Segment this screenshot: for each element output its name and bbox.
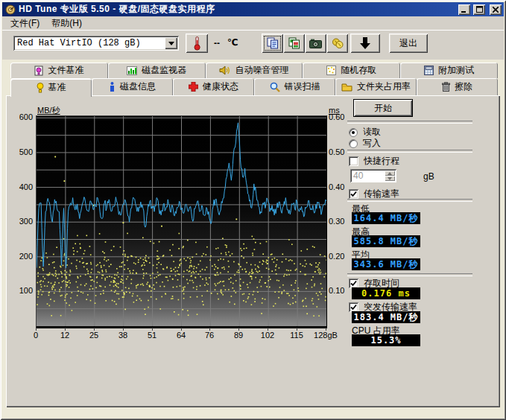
short-stroke-unit: gB — [423, 171, 434, 182]
magnifier-icon — [270, 82, 280, 92]
radio-icon — [349, 128, 358, 137]
copy-icon — [267, 37, 279, 49]
screenshot-button[interactable] — [305, 34, 326, 53]
right-axis-tick: 0.30 — [329, 217, 354, 226]
x-axis-tick: 0 — [19, 331, 52, 340]
donate-button[interactable] — [326, 34, 348, 53]
write-radio-label: 写入 — [363, 137, 381, 150]
tab-label: 磁盘信息 — [120, 80, 156, 93]
tab-benchmark[interactable]: 基准 — [10, 78, 92, 97]
speaker-icon — [219, 66, 230, 75]
radio-icon — [349, 139, 358, 148]
copy-image-button[interactable] — [283, 34, 305, 53]
benchmark-chart — [36, 115, 327, 328]
tab-random-access[interactable]: 随机存取 — [303, 63, 400, 78]
maximize-button[interactable] — [473, 4, 485, 15]
tab-label: 磁盘监视器 — [142, 64, 186, 77]
tab-health[interactable]: 健康状态 — [173, 78, 254, 95]
maximum-readout: 585.8 MB/秒 — [352, 235, 420, 247]
x-axis-tickmark — [152, 328, 153, 331]
tab-disk-monitor[interactable]: 磁盘监视器 — [108, 63, 206, 78]
folder-icon — [341, 83, 352, 92]
tab-label: 错误扫描 — [285, 80, 320, 93]
x-axis-tickmark — [209, 328, 210, 331]
tab-folder-usage[interactable]: 文件夹占用率 — [335, 78, 417, 95]
tab-error-scan[interactable]: 错误扫描 — [254, 78, 335, 95]
info-icon — [109, 82, 116, 92]
x-axis-tick: 102 — [251, 331, 284, 340]
x-axis-tickmark — [181, 328, 182, 331]
short-stroke-value: 40 — [353, 171, 363, 181]
tab-label: 健康状态 — [203, 80, 238, 93]
x-axis-tick: 128gB — [309, 331, 342, 340]
access-time-readout: 0.176 ms — [352, 287, 420, 299]
tab-label: 基准 — [48, 81, 66, 94]
x-axis-tick: 12 — [48, 331, 81, 340]
x-axis-tick: 89 — [222, 331, 255, 340]
x-axis-tickmark — [65, 328, 66, 331]
y-axis-unit-label: MB/秒 — [37, 105, 60, 116]
y-axis-tick: 100 — [10, 286, 33, 295]
tab-file-benchmark[interactable]: 文件基准 — [10, 63, 108, 78]
disk-monitor-icon — [127, 66, 137, 75]
red-cross-icon — [189, 82, 198, 92]
start-button-label: 开始 — [374, 102, 392, 115]
bulb-icon — [37, 83, 44, 93]
down-arrow-icon — [360, 37, 370, 49]
save-results-button[interactable] — [350, 34, 380, 53]
title-bar: HD Tune 专业版 5.50 - 硬盘/固态硬盘实用程序 — [2, 2, 504, 16]
drive-select[interactable]: Red Hat VirtIO (128 gB) — [13, 36, 179, 51]
tab-label: 擦除 — [455, 80, 472, 93]
start-button[interactable]: 开始 — [353, 99, 413, 117]
short-stroke-label: 快捷行程 — [364, 155, 399, 168]
tab-extra-tests[interactable]: 附加测试 — [400, 63, 498, 78]
y-axis-tick: 300 — [10, 217, 33, 226]
drive-select-value: Red Hat VirtIO (128 gB) — [17, 38, 141, 48]
tab-row-secondary: 文件基准磁盘监视器自动噪音管理随机存取附加测试 — [10, 63, 498, 78]
temperature-value: -- — [214, 38, 220, 48]
y-axis-tick: 500 — [10, 147, 33, 156]
minimum-readout: 164.4 MB/秒 — [352, 212, 420, 224]
tab-label: 文件基准 — [48, 64, 83, 77]
cpu-usage-readout: 15.3% — [352, 334, 420, 346]
temperature-button[interactable] — [186, 34, 208, 53]
separator — [347, 273, 472, 276]
spin-down-icon[interactable] — [385, 176, 395, 181]
menu-help[interactable]: 帮助(H) — [46, 16, 87, 31]
checkbox-icon — [349, 189, 358, 199]
tab-aam[interactable]: 自动噪音管理 — [206, 63, 303, 78]
hdtune-window: { "window": { "title": "HD Tune 专业版 5.50… — [0, 0, 506, 420]
copy-text-button[interactable] — [262, 34, 283, 53]
tab-label: 随机存取 — [341, 64, 376, 77]
separator — [347, 199, 472, 202]
x-axis-tickmark — [238, 328, 239, 331]
x-axis-tick: 115 — [280, 331, 313, 340]
write-radio[interactable]: 写入 — [349, 137, 381, 150]
tab-label: 附加测试 — [438, 64, 474, 77]
tab-erase[interactable]: 擦除 — [417, 78, 498, 95]
menu-bar: 文件(F) 帮助(H) — [2, 16, 504, 31]
copy-image-icon — [288, 37, 300, 49]
separator — [347, 121, 472, 124]
average-readout: 343.6 MB/秒 — [352, 258, 420, 270]
separator — [347, 150, 472, 153]
exit-button[interactable]: 退出 — [389, 34, 428, 53]
temperature-unit: ℃ — [227, 37, 238, 48]
x-axis-tickmark — [326, 328, 326, 331]
x-axis-tick: 51 — [136, 331, 168, 340]
minimize-button[interactable] — [458, 4, 470, 15]
checkbox-icon — [349, 156, 358, 166]
x-axis-tickmark — [94, 328, 95, 331]
spin-up-icon[interactable] — [385, 171, 395, 176]
short-stroke-checkbox[interactable]: 快捷行程 — [349, 155, 399, 168]
chevron-down-icon[interactable] — [165, 37, 177, 49]
tab-row-primary: 基准磁盘信息健康状态错误扫描文件夹占用率擦除 — [10, 78, 498, 95]
menu-file[interactable]: 文件(F) — [5, 16, 45, 31]
calculator-icon — [424, 66, 434, 75]
trash-icon — [442, 82, 450, 92]
close-button[interactable] — [490, 4, 502, 15]
spinner-buttons[interactable] — [385, 171, 395, 181]
short-stroke-value-spinner[interactable]: 40 — [350, 169, 396, 182]
tab-disk-info[interactable]: 磁盘信息 — [92, 78, 173, 95]
right-axis-tick: 0.20 — [329, 252, 354, 261]
